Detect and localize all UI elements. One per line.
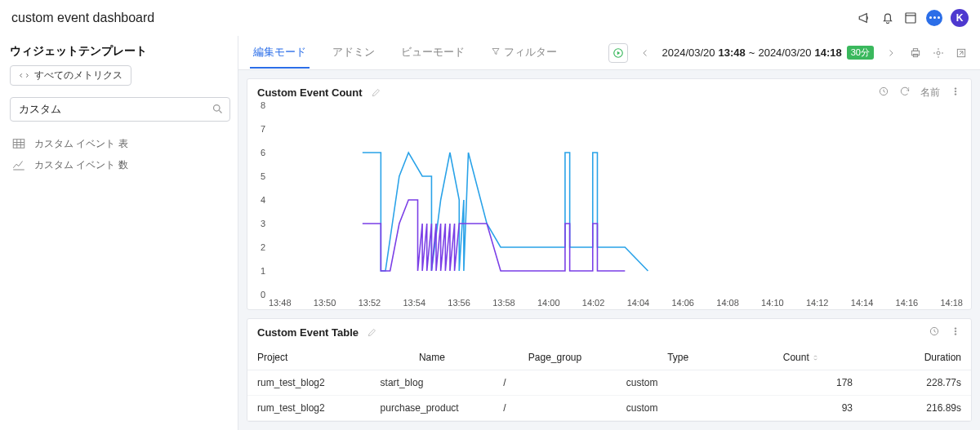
table-row[interactable]: rum_test_blog2start_blog/custom178228.77…	[247, 370, 971, 396]
table-more-icon[interactable]	[950, 326, 961, 339]
svg-rect-4	[911, 51, 919, 55]
table-card: Custom Event Table Project Name	[247, 318, 972, 422]
col-type[interactable]: Type	[617, 345, 740, 370]
col-project[interactable]: Project	[247, 345, 371, 370]
svg-point-16	[955, 333, 956, 335]
sidebar-item-custom-event-count[interactable]: カスタム イベント 数	[10, 154, 228, 175]
cell-name: purchase_product	[371, 396, 494, 421]
svg-rect-2	[13, 140, 24, 149]
svg-point-10	[955, 87, 956, 89]
col-duration[interactable]: Duration	[862, 345, 971, 370]
library-icon[interactable]	[903, 11, 918, 25]
svg-rect-5	[913, 48, 917, 51]
sort-icon	[812, 354, 819, 361]
svg-point-11	[955, 91, 956, 92]
cell-count: 178	[739, 370, 862, 396]
cell-project: rum_test_blog2	[247, 370, 371, 396]
header-icons: K	[858, 9, 969, 27]
edit-table-icon[interactable]	[367, 326, 378, 338]
x-tick: 14:14	[851, 298, 874, 308]
sidebar-title: ウィジェットテンプレート	[10, 44, 228, 59]
chart-body: 012345678 13:4813:5013:5213:5413:5613:58…	[247, 105, 971, 309]
x-tick: 14:00	[537, 298, 560, 308]
duration-badge: 30分	[847, 46, 874, 60]
cell-count: 93	[739, 396, 862, 421]
time-prev-button[interactable]	[636, 44, 654, 62]
from-time: 13:48	[719, 47, 746, 59]
edit-chart-icon[interactable]	[371, 86, 382, 98]
x-tick: 13:50	[314, 298, 336, 308]
line-chart-icon	[11, 157, 26, 172]
x-tick: 14:10	[761, 298, 784, 308]
x-tick: 13:48	[269, 298, 292, 308]
svg-point-1	[214, 105, 220, 112]
chart-plot	[270, 105, 961, 295]
all-metrics-button[interactable]: すべてのメトリクス	[10, 65, 131, 86]
x-tick: 13:54	[403, 298, 425, 308]
table-title: Custom Event Table	[257, 326, 359, 339]
tab-filter[interactable]: フィルター	[488, 37, 560, 69]
chart-title: Custom Event Count	[257, 86, 363, 99]
cell-duration: 228.77s	[862, 370, 971, 396]
x-tick: 14:06	[671, 298, 694, 308]
tab-filter-label: フィルター	[504, 46, 557, 58]
export-icon[interactable]	[954, 46, 969, 60]
chart-more-icon[interactable]	[950, 86, 961, 100]
content-area: Custom Event Count 名前 012345678 13:4813:…	[238, 70, 980, 430]
avatar[interactable]: K	[951, 9, 969, 27]
sidebar-item-label: カスタム イベント 数	[34, 158, 128, 172]
svg-point-7	[937, 51, 940, 55]
x-tick: 14:04	[627, 298, 650, 308]
more-menu-icon[interactable]	[926, 10, 942, 26]
cell-duration: 216.89s	[862, 396, 971, 421]
svg-point-15	[955, 330, 956, 332]
svg-point-12	[955, 93, 956, 95]
search-wrap	[10, 97, 230, 122]
event-table: Project Name Page_group Type Count Durat…	[247, 345, 971, 421]
cell-pagegroup: /	[493, 370, 617, 396]
cell-type: custom	[617, 370, 740, 396]
time-next-button[interactable]	[882, 44, 900, 62]
x-tick: 14:02	[582, 298, 605, 308]
table-icon	[11, 136, 26, 151]
all-metrics-label: すべてのメトリクス	[34, 69, 122, 82]
x-tick: 13:56	[448, 298, 470, 308]
x-tick: 14:16	[896, 298, 919, 308]
announcement-icon[interactable]	[858, 11, 872, 25]
cell-type: custom	[617, 396, 740, 421]
x-tick: 13:52	[359, 298, 381, 308]
sidebar-item-label: カスタム イベント 表	[34, 137, 128, 151]
print-icon[interactable]	[908, 46, 923, 60]
sidebar-item-custom-event-table[interactable]: カスタム イベント 表	[10, 133, 228, 154]
col-pagegroup[interactable]: Page_group	[493, 345, 617, 370]
search-input[interactable]	[10, 97, 230, 122]
settings-expand-icon[interactable]	[931, 46, 946, 60]
time-range-display[interactable]: 2024/03/20 13:48 ~ 2024/03/20 14:18 30分	[662, 46, 875, 60]
col-count[interactable]: Count	[739, 345, 862, 370]
cell-pagegroup: /	[493, 396, 617, 421]
chart-card: Custom Event Count 名前 012345678 13:4813:…	[247, 78, 972, 310]
top-header: custom event dashboard K	[0, 0, 980, 36]
cell-project: rum_test_blog2	[247, 396, 371, 421]
main: 編集モード アドミン ビューモード フィルター 2024/03/20 13:48…	[238, 36, 980, 430]
x-tick: 14:12	[806, 298, 829, 308]
svg-point-14	[955, 327, 956, 329]
clock-icon[interactable]	[878, 86, 889, 100]
sidebar: ウィジェットテンプレート すべてのメトリクス カスタム イベント 表 カスタム …	[0, 36, 238, 430]
refresh-icon[interactable]	[899, 86, 911, 100]
play-button[interactable]	[608, 43, 628, 63]
tab-edit-mode[interactable]: 編集モード	[250, 37, 310, 69]
bell-icon[interactable]	[880, 11, 895, 25]
tab-admin[interactable]: アドミン	[329, 37, 378, 69]
tabs-row: 編集モード アドミン ビューモード フィルター 2024/03/20 13:48…	[238, 36, 980, 70]
time-sep: ~	[749, 47, 755, 59]
tab-view-mode[interactable]: ビューモード	[398, 37, 468, 69]
time-controls: 2024/03/20 13:48 ~ 2024/03/20 14:18 30分	[608, 43, 969, 63]
x-tick: 14:18	[940, 298, 963, 308]
svg-rect-0	[906, 13, 915, 23]
series-line	[363, 153, 648, 271]
x-tick: 13:58	[492, 298, 515, 308]
table-row[interactable]: rum_test_blog2purchase_product/custom932…	[247, 396, 971, 421]
col-name[interactable]: Name	[371, 345, 494, 370]
clock-icon[interactable]	[929, 326, 940, 339]
